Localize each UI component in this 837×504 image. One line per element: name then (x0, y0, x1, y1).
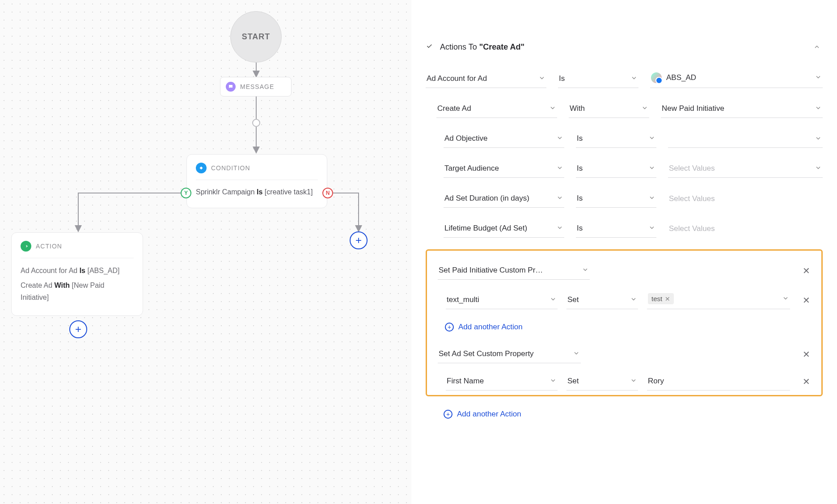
plus-circle-icon: + (444, 410, 452, 419)
chevron-down-icon (549, 105, 556, 113)
chevron-down-icon (556, 164, 563, 173)
chevron-down-icon (556, 194, 563, 203)
highlighted-section: Set Paid Initiative Custom Pr… ✕ text_mu… (426, 249, 823, 396)
chevron-down-icon (815, 164, 822, 173)
actions-panel: Actions To "Create Ad" Ad Account for Ad… (411, 0, 837, 504)
action-title: ACTION (36, 243, 62, 250)
message-node[interactable]: MESSAGE (220, 77, 292, 97)
field-select[interactable]: Create Ad (436, 100, 557, 118)
sub-value-select[interactable]: test ✕ (647, 289, 790, 309)
operator-select[interactable]: Is (576, 160, 656, 178)
chevron-down-icon (630, 296, 637, 304)
connector-dot (252, 119, 260, 127)
chevron-down-icon (815, 74, 822, 82)
svg-rect-3 (199, 166, 203, 169)
plus-circle-icon: + (445, 323, 454, 332)
chevron-down-icon (550, 296, 557, 304)
chevron-down-icon (550, 377, 557, 386)
start-label: START (242, 32, 271, 42)
condition-node[interactable]: CONDITION Sprinklr Campaign Is [creative… (186, 154, 327, 208)
chevron-down-icon (648, 134, 655, 143)
condition-body: Sprinklr Campaign Is [creative task1] (196, 180, 318, 198)
operator-select[interactable]: Is (558, 70, 638, 88)
sub-value-input[interactable]: Rory (647, 372, 790, 391)
action-body: Ad Account for Ad Is [ABS_AD] Create Ad … (21, 258, 134, 304)
sub-op-select[interactable]: Set (566, 372, 638, 391)
chevron-down-icon (556, 224, 563, 233)
operator-select[interactable]: With (569, 100, 649, 118)
action-node[interactable]: ACTION Ad Account for Ad Is [ABS_AD] Cre… (11, 232, 143, 316)
chevron-down-icon (648, 164, 655, 173)
arrow-right-icon (21, 241, 31, 252)
field-select[interactable]: Ad Set Duration (in days) (444, 189, 564, 208)
value-select[interactable]: ABS_AD (650, 68, 823, 88)
operator-select[interactable]: Is (576, 130, 656, 148)
workflow-canvas[interactable]: START MESSAGE CONDITION Sprinklr Campaig… (0, 0, 411, 504)
config-row: Create Ad With New Paid Initiative (426, 100, 823, 118)
chevron-down-icon (782, 294, 789, 303)
remove-tag-icon[interactable]: ✕ (665, 295, 670, 302)
chevron-down-icon (630, 377, 637, 386)
chat-icon (226, 82, 236, 92)
chevron-down-icon (648, 194, 655, 203)
config-row: Target Audience Is Select Values (426, 160, 823, 178)
operator-select[interactable]: Is (576, 219, 656, 238)
chevron-down-icon (815, 105, 822, 113)
config-row: Ad Set Duration (in days) Is Select Valu… (426, 189, 823, 208)
chevron-down-icon (630, 75, 638, 83)
chevron-down-icon (538, 75, 545, 83)
field-select[interactable]: Ad Objective (444, 130, 564, 148)
remove-row-button[interactable]: ✕ (799, 376, 813, 391)
chevron-down-icon (573, 350, 580, 358)
no-badge: N (322, 188, 333, 198)
section-header[interactable]: Actions To "Create Ad" (426, 41, 823, 53)
field-select[interactable]: Target Audience (444, 160, 564, 178)
chevron-down-icon (648, 224, 655, 233)
add-no-branch-button[interactable]: + (350, 231, 368, 249)
yes-badge: Y (181, 188, 191, 198)
add-action-link[interactable]: + Add another Action (428, 318, 813, 345)
field-select[interactable]: Lifetime Budget (Ad Set) (444, 219, 564, 238)
condition-title: CONDITION (211, 164, 250, 172)
chevron-up-icon[interactable] (811, 41, 823, 53)
account-avatar-icon (651, 72, 662, 83)
chevron-down-icon (815, 134, 822, 143)
value-tag: test ✕ (648, 293, 674, 304)
chevron-down-icon (582, 266, 589, 275)
remove-row-button[interactable]: ✕ (799, 295, 813, 309)
start-node[interactable]: START (230, 11, 282, 63)
chevron-down-icon (641, 105, 648, 113)
sub-field-select[interactable]: text_multi (446, 291, 558, 309)
check-icon (426, 42, 434, 52)
field-select[interactable]: Ad Account for Ad (426, 70, 546, 88)
value-select[interactable] (668, 130, 823, 148)
remove-group-button[interactable]: ✕ (799, 265, 813, 280)
value-select[interactable]: Select Values (668, 160, 823, 178)
custom-property-select[interactable]: Set Ad Set Custom Property (438, 345, 581, 363)
chevron-down-icon (556, 134, 563, 143)
value-input[interactable]: Select Values (668, 220, 823, 238)
sub-field-select[interactable]: First Name (446, 372, 558, 391)
value-input[interactable]: Select Values (668, 190, 823, 208)
operator-select[interactable]: Is (576, 189, 656, 208)
section-title: Actions To "Create Ad" (440, 42, 524, 52)
config-row: Ad Objective Is (426, 130, 823, 148)
value-select[interactable]: New Paid Initiative (661, 100, 823, 118)
diamond-icon (196, 163, 207, 173)
config-row: Ad Account for Ad Is ABS_AD (426, 68, 823, 88)
add-below-action-button[interactable]: + (69, 320, 87, 338)
add-action-link[interactable]: + Add another Action (426, 405, 823, 432)
message-label: MESSAGE (240, 83, 274, 90)
remove-group-button[interactable]: ✕ (799, 349, 813, 363)
sub-op-select[interactable]: Set (566, 291, 638, 309)
custom-property-select[interactable]: Set Paid Initiative Custom Pr… (438, 261, 590, 280)
config-row: Lifetime Budget (Ad Set) Is Select Value… (426, 219, 823, 238)
